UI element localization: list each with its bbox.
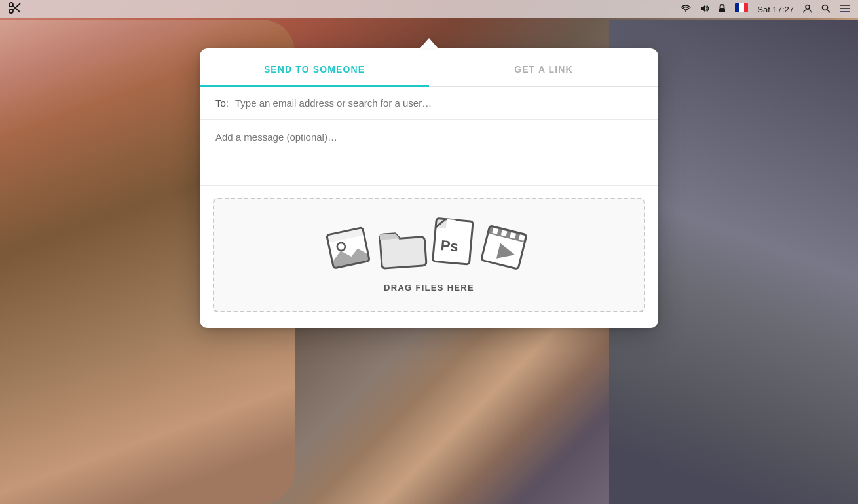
share-popup: SEND TO SOMEONE GET A LINK To: (200, 48, 658, 328)
tab-get-a-link[interactable]: GET A LINK (429, 48, 658, 86)
tab-send-label: SEND TO SOMEONE (264, 64, 365, 75)
popup-arrow (420, 38, 438, 48)
menubar: Sat 17:27 (0, 0, 858, 18)
message-field (200, 120, 658, 186)
lock-icon (718, 4, 726, 15)
svg-line-8 (827, 9, 830, 12)
svg-rect-5 (719, 8, 725, 12)
to-input[interactable] (235, 98, 643, 109)
message-input[interactable] (215, 132, 643, 171)
language-flag (735, 3, 748, 15)
image-file-icon (323, 221, 379, 276)
video-file-icon (477, 220, 535, 278)
menubar-time: Sat 17:27 (757, 5, 794, 14)
folder-file-icon (377, 222, 430, 272)
volume-icon (700, 4, 709, 14)
file-type-icons: Ps (327, 219, 531, 270)
search-icon (821, 4, 830, 15)
tab-link-label: GET A LINK (514, 64, 573, 75)
user-icon (803, 4, 812, 15)
svg-point-6 (806, 5, 810, 9)
menu-icon (840, 4, 850, 14)
photoshop-file-icon: Ps (430, 215, 481, 270)
svg-text:Ps: Ps (440, 237, 459, 255)
menubar-items: Sat 17:27 (681, 3, 850, 15)
clipboard-app-icon[interactable] (8, 2, 22, 14)
to-field-row: To: (200, 87, 658, 120)
wifi-icon (681, 4, 691, 14)
drop-zone[interactable]: Ps DRAG FILES HERE (213, 198, 645, 312)
to-label: To: (215, 98, 229, 109)
svg-marker-4 (701, 5, 705, 12)
tab-bar: SEND TO SOMEONE GET A LINK (200, 48, 658, 87)
tab-send-to-someone[interactable]: SEND TO SOMEONE (200, 48, 429, 86)
drag-files-label: DRAG FILES HERE (384, 283, 474, 293)
